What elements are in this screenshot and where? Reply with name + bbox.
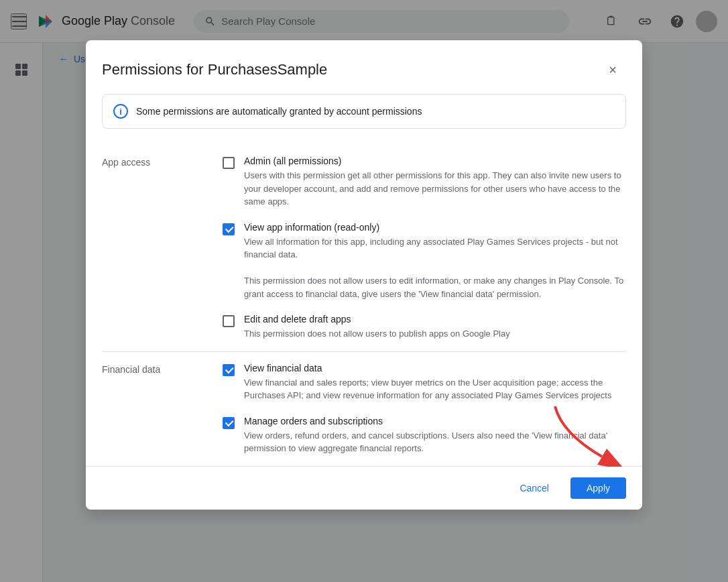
modal-overlay: Permissions for PurchasesSample × i Some…: [0, 0, 728, 582]
close-button[interactable]: ×: [599, 56, 626, 83]
info-text: Some permissions are automatically grant…: [136, 106, 422, 117]
cancel-button[interactable]: Cancel: [506, 477, 562, 499]
permission-desc-view-financial: View financial and sales reports; view b…: [244, 376, 626, 402]
permission-desc-admin: Users with this permission get all other…: [244, 169, 626, 209]
permission-info-edit-delete-draft: Edit and delete draft apps This permissi…: [244, 314, 626, 341]
permission-name-manage-orders: Manage orders and subscriptions: [244, 416, 626, 426]
permission-item-view-app-info: View app information (read-only) View al…: [223, 222, 626, 301]
permission-name-view-app-info: View app information (read-only): [244, 222, 626, 233]
permission-name-edit-delete-draft: Edit and delete draft apps: [244, 314, 626, 325]
permission-info-admin: Admin (all permissions) Users with this …: [244, 156, 626, 209]
apply-button[interactable]: Apply: [570, 477, 626, 499]
info-banner: i Some permissions are automatically gra…: [102, 94, 626, 129]
permission-name-view-financial: View financial data: [244, 363, 626, 373]
checkbox-view-app-info[interactable]: [223, 223, 236, 237]
permissions-dialog: Permissions for PurchasesSample × i Some…: [86, 40, 642, 510]
checkbox-view-app-info-box[interactable]: [223, 223, 235, 235]
section-label-app-access: App access: [102, 156, 223, 341]
permission-item-edit-delete-draft: Edit and delete draft apps This permissi…: [223, 314, 626, 341]
permission-item-admin: Admin (all permissions) Users with this …: [223, 156, 626, 209]
checkbox-manage-orders-box[interactable]: [223, 417, 235, 429]
permission-info-view-app-info: View app information (read-only) View al…: [244, 222, 626, 301]
dialog-header: Permissions for PurchasesSample ×: [86, 40, 642, 94]
app-access-section: App access Admin (all permissions) Users…: [102, 145, 626, 352]
permission-desc-manage-orders: View orders, refund orders, and cancel s…: [244, 429, 626, 455]
permission-item-manage-orders: Manage orders and subscriptions View ord…: [223, 416, 626, 455]
financial-data-section: Financial data View financial data View …: [102, 352, 626, 466]
checkbox-view-financial[interactable]: [223, 364, 236, 377]
permission-info-manage-orders: Manage orders and subscriptions View ord…: [244, 416, 626, 455]
permission-desc-edit-delete-draft: This permission does not allow users to …: [244, 327, 626, 341]
checkbox-admin-box[interactable]: [223, 157, 235, 169]
financial-data-permission-items: View financial data View financial and s…: [223, 363, 626, 455]
dialog-body: i Some permissions are automatically gra…: [86, 94, 642, 466]
app-access-permission-items: Admin (all permissions) Users with this …: [223, 156, 626, 341]
permission-info-view-financial: View financial data View financial and s…: [244, 363, 626, 402]
permission-name-admin: Admin (all permissions): [244, 156, 626, 166]
section-label-financial-data: Financial data: [102, 363, 223, 455]
permission-item-view-financial: View financial data View financial and s…: [223, 363, 626, 402]
dialog-footer: Cancel Apply: [86, 466, 642, 510]
info-icon: i: [113, 104, 128, 119]
checkbox-view-financial-box[interactable]: [223, 364, 235, 376]
dialog-title: Permissions for PurchasesSample: [102, 61, 327, 78]
permission-desc-view-app-info: View all information for this app, inclu…: [244, 235, 626, 301]
checkbox-edit-delete-draft[interactable]: [223, 315, 236, 329]
checkbox-manage-orders[interactable]: [223, 417, 236, 430]
checkbox-edit-delete-draft-box[interactable]: [223, 315, 235, 327]
checkbox-admin[interactable]: [223, 157, 236, 170]
